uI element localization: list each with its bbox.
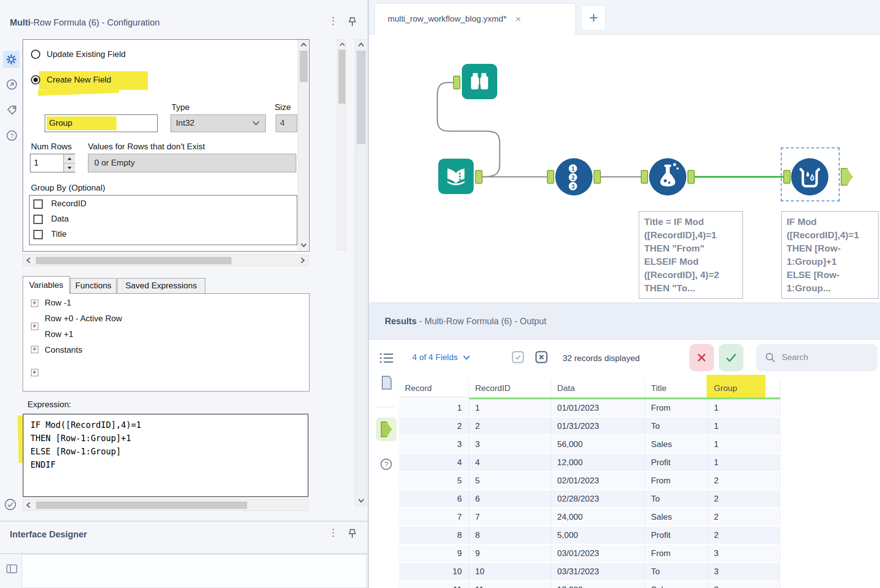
formula-output-anchor[interactable] (687, 170, 695, 184)
expression-editor[interactable]: IF Mod([RecordID],4)=1 THEN [Row-1:Group… (23, 414, 309, 497)
layout-view-icon[interactable] (6, 563, 18, 575)
group-by-item[interactable]: Data (51, 214, 69, 224)
checkbox-title[interactable] (33, 230, 43, 239)
checkbox-data[interactable] (33, 215, 43, 224)
table-cell: To (645, 490, 708, 507)
browse-input-anchor[interactable] (453, 76, 460, 89)
table-row[interactable]: 9903/01/2023From3 (399, 545, 781, 563)
panel-menu-icon[interactable]: ⋮ (328, 528, 338, 537)
open-example-icon[interactable] (6, 79, 18, 90)
column-header-record[interactable]: Record (399, 380, 469, 397)
multirow-input-anchor[interactable] (783, 170, 791, 184)
scroll-thumb[interactable] (36, 257, 231, 264)
tree-item-constants[interactable]: Constants (45, 345, 83, 355)
column-header-group[interactable]: Group (708, 380, 780, 397)
radio-update-existing-field[interactable] (31, 50, 40, 59)
size-input[interactable]: 4 (276, 114, 297, 132)
group-by-item[interactable]: Title (51, 229, 67, 239)
recordid-tool[interactable]: 123 (555, 158, 593, 196)
config-inner-scrollbar[interactable] (298, 40, 309, 250)
help-icon[interactable]: ? (6, 130, 18, 141)
column-header-title[interactable]: Title (645, 380, 708, 397)
close-icon[interactable]: × (515, 14, 521, 25)
config-tab-button[interactable] (3, 51, 20, 68)
scroll-down-icon[interactable] (298, 241, 309, 249)
formula-tool[interactable] (649, 158, 686, 196)
table-row[interactable]: 3356,000Sales1 (399, 436, 781, 454)
tab-functions[interactable]: Functions (70, 278, 116, 294)
tab-saved-expressions[interactable]: Saved Expressions (117, 278, 205, 294)
tree-item-row-plus-1[interactable]: Row +1 (45, 330, 73, 339)
table-row[interactable]: 1101/01/2023From1 (399, 399, 781, 418)
table-row[interactable]: 6602/28/2023To2 (399, 490, 781, 508)
input-output-anchor[interactable] (475, 170, 483, 184)
table-row[interactable]: 101003/31/2023To3 (399, 563, 781, 581)
radio-update-label[interactable]: Update Existing Field (47, 50, 126, 59)
tree-expand-icon[interactable] (31, 369, 38, 376)
values-rows-select[interactable]: 0 or Empty (88, 154, 296, 172)
panel-scrollbar-inner[interactable] (337, 39, 346, 251)
new-tab-button[interactable]: + (581, 5, 606, 30)
workflow-canvas[interactable]: 123 Title = IF Mod ([RecordID],4)=1 THEN… (369, 34, 880, 303)
checkbox-recordid[interactable] (33, 199, 43, 209)
errors-filter-button[interactable] (689, 344, 714, 371)
scroll-thumb[interactable] (36, 502, 247, 509)
scroll-thumb[interactable] (300, 51, 308, 82)
tag-icon[interactable] (6, 104, 18, 116)
expression-horizontal-scrollbar[interactable] (23, 499, 309, 511)
formula-annotation[interactable]: Title = IF Mod ([RecordID],4)=1 THEN "Fr… (639, 211, 743, 299)
config-horizontal-scrollbar[interactable] (23, 254, 309, 266)
output-anchor-button-selected[interactable] (376, 418, 397, 441)
select-all-fields-icon[interactable] (511, 351, 524, 364)
metadata-list-icon[interactable] (380, 353, 394, 364)
validation-check-icon (4, 498, 17, 511)
column-header-recordid[interactable]: RecordID (469, 380, 551, 397)
recordid-input-anchor[interactable] (547, 170, 554, 184)
data-profile-icon[interactable] (381, 375, 393, 390)
deselect-fields-icon[interactable] (535, 351, 548, 364)
multirow-formula-tool[interactable] (791, 158, 828, 196)
pin-icon[interactable] (346, 528, 359, 540)
help-icon[interactable]: ? (380, 458, 393, 471)
spin-up-icon[interactable] (64, 154, 75, 164)
search-input[interactable] (781, 352, 866, 363)
panel-menu-icon[interactable]: ⋮ (328, 16, 338, 26)
tree-expand-icon[interactable] (31, 323, 38, 330)
radio-create-new-field[interactable] (31, 75, 40, 84)
spin-down-icon[interactable] (64, 164, 75, 172)
table-row[interactable]: 885,000Profit2 (399, 527, 781, 545)
scroll-thumb[interactable] (339, 50, 345, 104)
radio-create-label[interactable]: Create New Field (47, 75, 111, 85)
scroll-left-icon[interactable] (24, 501, 33, 509)
scroll-up-icon[interactable] (298, 41, 309, 49)
scroll-left-icon[interactable] (24, 256, 33, 265)
fields-dropdown[interactable]: 4 of 4 Fields (412, 353, 470, 363)
recordid-output-anchor[interactable] (594, 170, 601, 184)
scroll-right-icon[interactable] (298, 256, 307, 265)
tree-expand-icon[interactable] (31, 346, 38, 353)
type-select[interactable]: Int32 (170, 114, 266, 132)
num-rows-stepper[interactable]: 1 (30, 154, 75, 172)
input-data-tool[interactable] (438, 159, 474, 194)
table-row[interactable]: 4412,000Profit1 (399, 454, 781, 472)
group-by-item[interactable]: RecordID (51, 199, 86, 209)
table-row[interactable]: 7724,000Sales2 (399, 508, 781, 527)
browse-tool[interactable] (462, 64, 497, 99)
multirow-annotation[interactable]: IF Mod ([RecordID],4)=1 THEN [Row- 1:Gro… (781, 211, 879, 299)
tree-item-row-minus-1[interactable]: Row -1 (45, 298, 71, 308)
column-header-data[interactable]: Data (551, 380, 645, 397)
pin-icon[interactable] (346, 16, 359, 28)
new-field-name-input[interactable]: Group (45, 114, 158, 132)
table-row[interactable]: 5502/01/2023From2 (399, 472, 781, 490)
tab-variables[interactable]: Variables (23, 276, 70, 294)
search-box[interactable] (756, 344, 878, 371)
table-row[interactable]: 2201/31/2023To1 (399, 418, 781, 436)
tree-item-active-row[interactable]: Row +0 - Active Row (45, 314, 122, 324)
workflow-tab[interactable]: multi_row_workflow_blog.yxmd* × (374, 3, 576, 35)
formula-input-anchor[interactable] (641, 170, 648, 184)
table-row[interactable]: 111113,000Sales3 (399, 581, 781, 588)
success-filter-button[interactable] (719, 344, 743, 371)
scroll-thumb[interactable] (357, 51, 366, 144)
tree-expand-icon[interactable] (31, 300, 38, 307)
panel-scrollbar-outer[interactable] (355, 39, 367, 506)
